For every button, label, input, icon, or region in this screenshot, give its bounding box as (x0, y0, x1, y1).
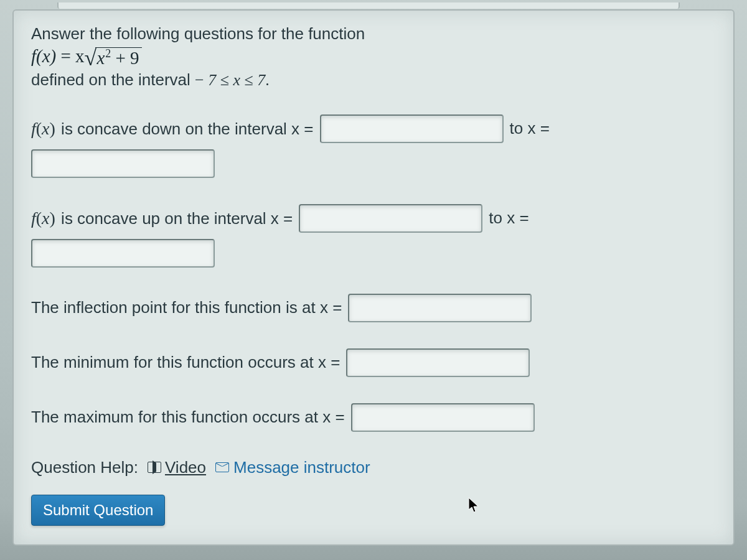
mouse-cursor-icon (468, 497, 479, 513)
submit-button[interactable]: Submit Question (31, 495, 165, 526)
radical-symbol: √ (85, 50, 97, 66)
inflection-row: The inflection point for this function i… (31, 294, 716, 322)
inflection-label: The inflection point for this function i… (31, 298, 342, 317)
concave-down-label: is concave down on the interval x = (57, 119, 314, 138)
concave-up-label: is concave up on the interval x = (57, 209, 293, 228)
minimum-label: The minimum for this function occurs at … (31, 353, 340, 372)
inflection-input[interactable] (348, 294, 532, 322)
mail-icon (215, 462, 229, 472)
concave-up-row: f(x) is concave up on the interval x = t… (31, 204, 716, 268)
help-label: Question Help: (31, 458, 138, 477)
fx-symbol: f(x) (31, 46, 56, 66)
message-instructor-link[interactable]: Message instructor (215, 458, 370, 477)
video-link-label: Video (165, 458, 206, 477)
radicand: x2 + 9 (95, 47, 141, 68)
concave-up-to-input[interactable] (31, 239, 215, 268)
fx-symbol: f(x) (31, 119, 55, 138)
minimum-row: The minimum for this function occurs at … (31, 348, 716, 377)
concave-down-from-input[interactable] (320, 114, 504, 143)
formula: f(x) = x√x2 + 9 (31, 46, 716, 68)
concave-down-row: f(x) is concave down on the interval x =… (31, 114, 716, 178)
fx-symbol: f(x) (31, 208, 55, 228)
concave-down-to-input[interactable] (31, 149, 215, 178)
interval-text: defined on the interval − 7 ≤ x ≤ 7. (31, 70, 716, 90)
screen-frame: Answer the following questions for the f… (0, 0, 747, 560)
to-label: to x = (510, 119, 550, 138)
concave-up-from-input[interactable] (299, 204, 482, 233)
card-tab-decor (57, 2, 680, 9)
intro-text: Answer the following questions for the f… (31, 24, 716, 44)
to-label: to x = (489, 208, 529, 228)
equals-sign: = x (56, 46, 84, 66)
message-link-label: Message instructor (233, 458, 370, 477)
question-help-row: Question Help: Video Message instructor (31, 458, 716, 477)
maximum-row: The maximum for this function occurs at … (31, 403, 716, 432)
question-card: Answer the following questions for the f… (12, 9, 735, 546)
maximum-label: The maximum for this function occurs at … (31, 408, 345, 427)
sqrt-expression: √x2 + 9 (85, 47, 142, 68)
minimum-input[interactable] (346, 348, 530, 377)
video-link[interactable]: Video (148, 458, 206, 477)
maximum-input[interactable] (351, 403, 535, 432)
video-icon (148, 462, 161, 473)
